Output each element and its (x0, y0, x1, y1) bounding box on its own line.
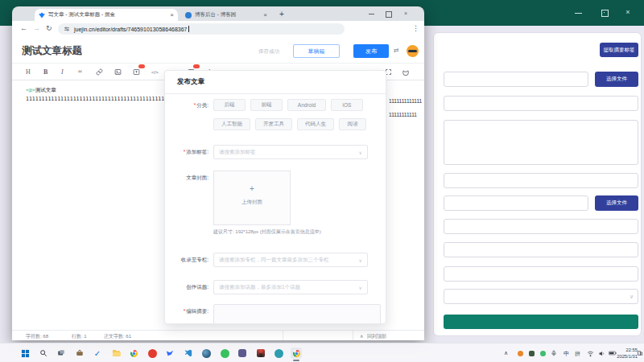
article-title-input[interactable]: 测试文章标题 (22, 44, 82, 58)
plus-icon: + (214, 184, 290, 193)
quote-icon[interactable]: “ (78, 68, 82, 76)
editor-line-2[interactable]: 1111111111111111111111111111111111111111… (26, 96, 164, 102)
scroll-top-icon[interactable]: ∧ (360, 333, 363, 339)
bg-file-path-input-2[interactable] (444, 195, 588, 211)
image-icon[interactable] (114, 68, 122, 76)
toolbox-app-icon[interactable] (74, 348, 85, 359)
volume-icon[interactable] (597, 349, 605, 357)
chrome-active-icon[interactable] (291, 348, 302, 359)
bg-text-input-3[interactable] (444, 219, 638, 234)
bg-text-input-4[interactable] (444, 242, 638, 257)
ide-app-icon[interactable] (255, 348, 266, 359)
column-select[interactable]: 请搜索添加专栏，同一篇文章最多添加三个专栏 ∨ (213, 253, 368, 267)
new-tab-button[interactable]: + (279, 10, 284, 19)
bg-text-input-1[interactable] (444, 96, 638, 111)
tab-close-icon[interactable]: × (170, 12, 174, 19)
feishu-app-icon[interactable] (164, 348, 175, 359)
topic-select[interactable]: 请搜索添加话题，最多添加1个话题 ∨ (213, 280, 368, 294)
browser-menu-icon[interactable]: ⋮ (412, 25, 419, 32)
italic-icon[interactable]: I (61, 68, 64, 76)
category-tag[interactable]: 代码人生 (297, 118, 334, 130)
publish-button[interactable]: 发布 (353, 44, 389, 58)
start-button[interactable] (19, 348, 31, 359)
bold-icon[interactable]: B (43, 68, 47, 76)
browser-sphere-icon[interactable] (200, 348, 212, 359)
purple-app-icon[interactable] (237, 348, 248, 359)
tab-title: 博客后台 - 博客园 (195, 11, 260, 19)
bg-minimize-icon[interactable] (575, 13, 582, 14)
category-tag[interactable]: 前端 (250, 99, 283, 111)
drafts-button[interactable]: 草稿箱 (293, 44, 340, 58)
reload-icon[interactable]: ↻ (46, 25, 52, 32)
bg-file-path-input-1[interactable] (444, 72, 588, 87)
wifi-icon[interactable] (586, 349, 594, 357)
file-explorer-icon[interactable] (110, 348, 122, 359)
choose-file-button-2[interactable]: 选择文件 (595, 195, 638, 211)
extract-summary-tags-button[interactable]: 提取摘要标签 (600, 43, 638, 57)
tray-app-dot-icon[interactable] (540, 351, 546, 356)
bg-text-input-5[interactable] (444, 266, 638, 282)
category-tag[interactable]: 开发工具 (255, 118, 292, 130)
notification-icon[interactable] (637, 349, 643, 357)
tray-app-orange-icon[interactable] (518, 351, 523, 356)
search-icon[interactable] (38, 348, 49, 359)
music-app-icon[interactable] (147, 348, 158, 359)
tray-expand-icon[interactable]: ∧ (504, 350, 508, 356)
preview-text-line-1: 1111111111111 (389, 98, 423, 104)
image-upload-icon[interactable] (133, 68, 140, 76)
bg-submit-button[interactable] (444, 315, 638, 329)
task-view-icon[interactable] (56, 348, 67, 359)
category-tag[interactable]: 阅读 (339, 118, 366, 130)
link-icon[interactable] (96, 68, 103, 76)
wechat-icon[interactable] (219, 348, 230, 359)
switch-editor-icon[interactable]: ⇄ (394, 47, 399, 54)
category-tag[interactable]: 后端 (213, 99, 246, 111)
tag-select[interactable]: 请搜索添加标签 ∨ (213, 145, 368, 159)
upload-cover-text: 上传封面 (214, 199, 290, 206)
chrome-icon[interactable] (128, 348, 139, 359)
choose-file-button-1[interactable]: 选择文件 (595, 72, 638, 87)
heading-icon[interactable]: H (26, 68, 31, 76)
category-tag[interactable]: iOS (331, 99, 363, 111)
battery-icon[interactable] (608, 349, 617, 357)
cover-upload-box[interactable]: + 上传封面 (213, 171, 291, 225)
address-bar[interactable]: juejin.cn/editor/drafts/7465910130586468… (58, 23, 345, 35)
microphone-icon[interactable] (550, 349, 558, 357)
category-tag[interactable]: 人工智能 (213, 118, 250, 130)
bg-close-icon[interactable]: × (620, 8, 636, 16)
ime-language-indicator[interactable]: 中 (564, 350, 569, 358)
divider (165, 93, 386, 94)
cat-icon[interactable] (402, 68, 410, 76)
user-avatar[interactable] (407, 45, 419, 57)
code-icon[interactable]: </> (151, 68, 159, 76)
status-divider (283, 331, 283, 340)
browser-minimize-icon[interactable] (369, 14, 374, 14)
text-cursor (188, 26, 189, 32)
bg-maximize-icon[interactable] (601, 10, 609, 17)
forward-icon[interactable]: → (33, 25, 40, 32)
bg-text-input-2[interactable] (444, 173, 638, 188)
bg-textarea[interactable] (444, 120, 638, 165)
tray-date: 2025/1/31 (617, 354, 638, 360)
back-to-top-button[interactable]: 回到顶部 (367, 333, 386, 340)
clock[interactable]: 22:55 2025/1/31 (617, 348, 638, 360)
add-tag-label: *添加标签: (170, 149, 208, 156)
browser-close-icon[interactable]: × (404, 10, 407, 16)
save-status: 保存成功 (258, 48, 279, 56)
todo-app-icon[interactable]: ✓ (92, 348, 103, 359)
browser-window: 写文章 - 测试文章标题 - 掘金 × 博客后台 - 博客园 × + × ← →… (12, 6, 424, 340)
summary-textarea[interactable] (213, 304, 381, 324)
browser-tab-juejin[interactable]: 写文章 - 测试文章标题 - 掘金 × (35, 9, 178, 21)
category-tag[interactable]: Android (287, 99, 326, 111)
tray-app-green-icon[interactable] (529, 351, 535, 356)
site-info-icon[interactable] (64, 26, 70, 32)
tab-close-icon[interactable]: × (263, 12, 267, 19)
browser-tab-cnblogs[interactable]: 博客后台 - 博客园 × (181, 9, 271, 21)
bg-select[interactable]: ∨ (444, 289, 638, 304)
ime-mode-indicator[interactable]: 拼 (575, 350, 580, 358)
teal-app-icon[interactable] (273, 348, 284, 359)
back-icon[interactable]: ← (20, 25, 27, 32)
vscode-icon[interactable] (183, 348, 194, 359)
browser-maximize-icon[interactable] (386, 11, 392, 18)
column-placeholder: 请搜索添加专栏，同一篇文章最多添加三个专栏 (219, 257, 359, 264)
